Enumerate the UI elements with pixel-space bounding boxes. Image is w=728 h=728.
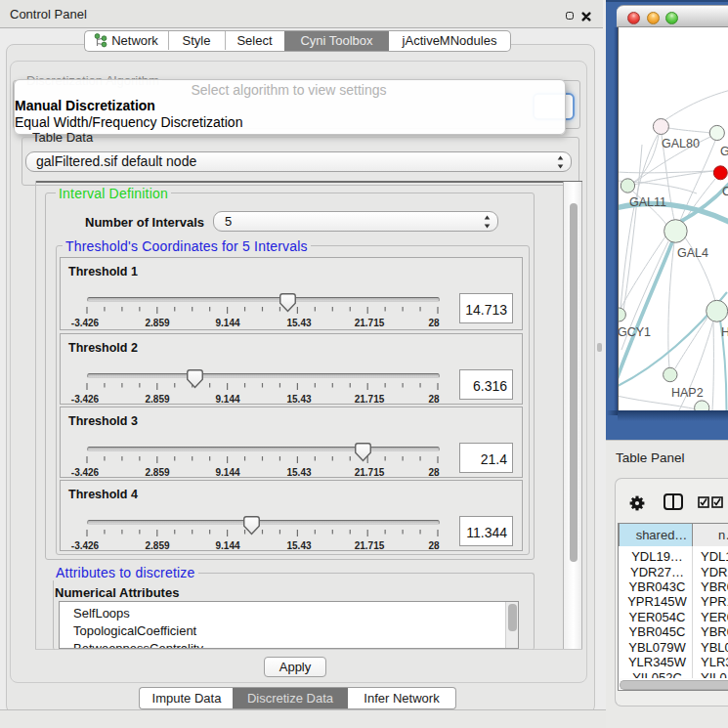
svg-text:C: C xyxy=(722,185,728,198)
svg-text:G: G xyxy=(720,145,728,158)
svg-text:GAL80: GAL80 xyxy=(662,137,700,150)
svg-text:H: H xyxy=(721,325,728,339)
svg-text:GAL4: GAL4 xyxy=(677,246,708,260)
svg-text:GAL11: GAL11 xyxy=(629,195,666,209)
svg-text:HAP2: HAP2 xyxy=(671,386,704,400)
svg-text:GCY1: GCY1 xyxy=(619,325,651,339)
